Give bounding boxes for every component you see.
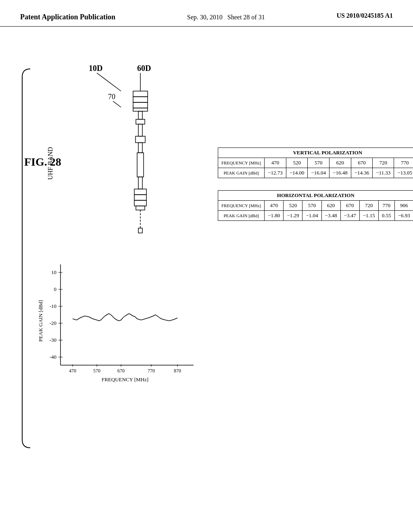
svg-rect-8 <box>133 102 148 108</box>
svg-rect-10 <box>138 111 142 119</box>
svg-text:770: 770 <box>148 368 155 374</box>
main-content: FIG. 28 10D 60D 70 <box>0 27 413 518</box>
svg-text:-10: -10 <box>50 303 56 309</box>
horizontal-freq-520: 520 <box>284 201 302 211</box>
antenna-diagram: 10D 60D 70 <box>40 59 186 252</box>
svg-text:870: 870 <box>174 368 181 374</box>
svg-text:470: 470 <box>69 368 76 374</box>
horizontal-gain-770: 0.55 <box>378 211 394 221</box>
horizontal-freq-906: 906 <box>394 201 413 211</box>
uhf-gain-chart: 10 0 -10 -20 -30 -40 PEAK GAIN [dBd] 470 <box>36 260 198 389</box>
horizontal-freq-470: 470 <box>265 201 284 211</box>
horizontal-gain-720: −1.15 <box>359 211 378 221</box>
horizontal-gain-570: −1.04 <box>302 211 321 221</box>
svg-line-1 <box>97 73 121 91</box>
svg-rect-19 <box>134 200 146 206</box>
horizontal-freq-label: FREQUENCY [MHz] <box>218 201 265 211</box>
vertical-gain-label: PEAK GAIN [dBd] <box>218 168 265 178</box>
horizontal-table-title: HORIZONTAL POLARIZATION <box>218 191 413 201</box>
vertical-freq-470: 470 <box>265 158 286 168</box>
svg-text:670: 670 <box>117 368 125 374</box>
left-panel: FIG. 28 10D 60D 70 <box>16 35 210 510</box>
horizontal-freq-720: 720 <box>359 201 378 211</box>
vertical-gain-520: −14.00 <box>286 168 308 178</box>
svg-rect-16 <box>138 177 142 189</box>
svg-text:60D: 60D <box>137 64 151 73</box>
vertical-gain-row: PEAK GAIN [dBd] −12.73 −14.00 −16.04 −16… <box>218 168 413 178</box>
svg-text:70: 70 <box>108 93 115 101</box>
vertical-gain-620: −16.48 <box>330 168 351 178</box>
vertical-gain-720: −11.33 <box>373 168 394 178</box>
horizontal-gain-670: −3.47 <box>340 211 359 221</box>
vertical-freq-620: 620 <box>330 158 351 168</box>
svg-text:UHF BAND: UHF BAND <box>47 147 54 180</box>
svg-text:10D: 10D <box>89 64 102 73</box>
vertical-freq-label: FREQUENCY [MHz] <box>218 158 265 168</box>
svg-text:570: 570 <box>93 368 100 374</box>
vertical-gain-670: −14.36 <box>351 168 373 178</box>
svg-text:-30: -30 <box>50 337 56 343</box>
svg-text:PEAK GAIN [dBd]: PEAK GAIN [dBd] <box>38 300 44 342</box>
publication-date: Sep. 30, 2010 <box>187 14 223 21</box>
svg-text:10: 10 <box>51 269 56 275</box>
svg-rect-14 <box>138 143 142 153</box>
bracket-left <box>20 67 32 450</box>
publication-label: Patent Application Publication <box>20 13 115 21</box>
svg-line-5 <box>113 101 121 107</box>
vertical-freq-570: 570 <box>308 158 330 168</box>
publication-title: Patent Application Publication <box>20 12 115 22</box>
patent-number: US 2010/0245185 A1 <box>336 12 393 19</box>
horizontal-freq-670: 670 <box>340 201 359 211</box>
horizontal-polarization-table: HORIZONTAL POLARIZATION FREQUENCY [MHz] … <box>218 190 413 221</box>
horizontal-gain-label: PEAK GAIN [dBd] <box>218 211 265 221</box>
horizontal-gain-row: PEAK GAIN [dBd] −1.80 −1.29 −1.04 −3.48 … <box>218 211 413 221</box>
horizontal-freq-770: 770 <box>378 201 394 211</box>
vertical-freq-520: 520 <box>286 158 308 168</box>
horizontal-gain-470: −1.80 <box>265 211 284 221</box>
page-header: Patent Application Publication Sep. 30, … <box>0 0 413 27</box>
vertical-gain-570: −16.04 <box>308 168 330 178</box>
vertical-polarization-table: VERTICAL POLARIZATION FREQUENCY [MHz] 47… <box>218 148 413 178</box>
svg-rect-11 <box>136 119 145 124</box>
vertical-gain-470: −12.73 <box>265 168 286 178</box>
svg-text:FREQUENCY [MHz]: FREQUENCY [MHz] <box>102 376 148 382</box>
horizontal-gain-520: −1.29 <box>284 211 302 221</box>
horizontal-freq-row: FREQUENCY [MHz] 470 520 570 620 670 720 … <box>218 201 413 211</box>
svg-rect-6 <box>133 91 148 97</box>
svg-text:-40: -40 <box>50 354 56 360</box>
vertical-freq-670: 670 <box>351 158 373 168</box>
sheet-info: Sheet 28 of 31 <box>227 14 265 21</box>
svg-rect-7 <box>133 97 148 102</box>
right-panel: VERTICAL POLARIZATION FREQUENCY [MHz] 47… <box>210 35 413 510</box>
svg-rect-13 <box>136 136 145 143</box>
vertical-freq-720: 720 <box>373 158 394 168</box>
vertical-freq-row: FREQUENCY [MHz] 470 520 570 620 670 720 … <box>218 158 413 168</box>
svg-text:0: 0 <box>54 286 57 292</box>
horizontal-freq-570: 570 <box>302 201 321 211</box>
header-date-sheet: Sep. 30, 2010 Sheet 28 of 31 <box>187 12 265 21</box>
vertical-table-title: VERTICAL POLARIZATION <box>218 148 413 158</box>
horizontal-polarization-section: HORIZONTAL POLARIZATION FREQUENCY [MHz] … <box>218 190 413 221</box>
horizontal-freq-620: 620 <box>321 201 340 211</box>
horizontal-gain-620: −3.48 <box>321 211 340 221</box>
svg-rect-20 <box>136 206 145 210</box>
vertical-polarization-section: VERTICAL POLARIZATION FREQUENCY [MHz] 47… <box>218 148 413 178</box>
svg-text:-20: -20 <box>50 320 56 326</box>
vertical-gain-770: −13.05 <box>394 168 413 178</box>
vertical-freq-770: 770 <box>394 158 413 168</box>
svg-rect-12 <box>138 124 142 136</box>
horizontal-gain-906: −6.93 <box>394 211 413 221</box>
svg-rect-22 <box>138 228 142 233</box>
svg-rect-9 <box>133 108 148 111</box>
svg-rect-15 <box>137 153 144 177</box>
svg-rect-17 <box>134 189 146 195</box>
svg-rect-18 <box>134 195 146 200</box>
